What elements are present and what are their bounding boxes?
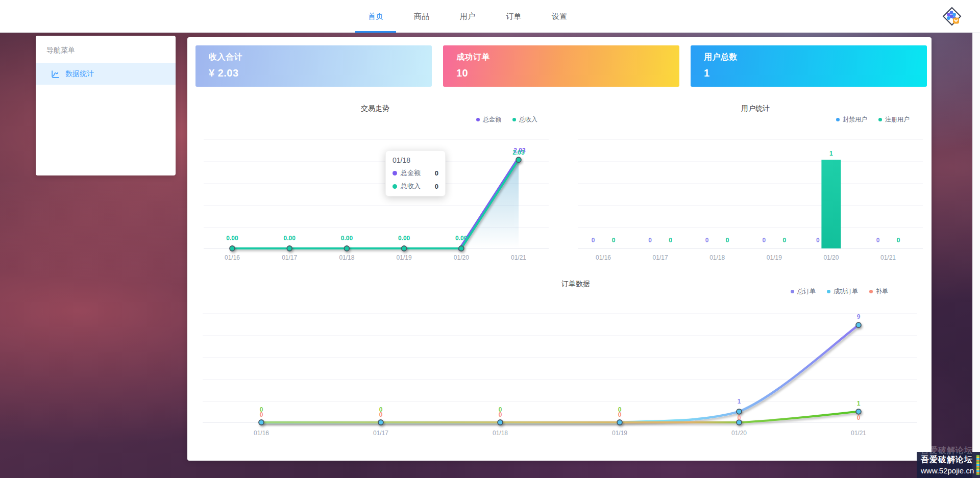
legend-item[interactable]: 成功订单 — [827, 287, 858, 296]
tooltip-row: 总收入0 — [393, 182, 438, 191]
legend-dot-icon — [878, 118, 882, 121]
data-point — [516, 157, 521, 162]
point-label: 1 — [857, 400, 861, 407]
point-label: 0 — [612, 237, 616, 244]
transactions-chart[interactable]: 0.000.000.000.000.002.032.0301/1601/1701… — [198, 137, 555, 274]
series-dot-icon — [393, 171, 397, 175]
point-label: 2.03 — [512, 149, 525, 156]
tooltip-rows: 总金额0总收入0 — [393, 168, 438, 191]
series-dot-icon — [393, 184, 397, 189]
stat-card-total-users: 用户总数 1 — [691, 45, 927, 87]
main-content-card: 收入合计 ¥ 2.03 成功订单 10 用户总数 1 交易走势 用户统计 订单数… — [187, 37, 932, 461]
data-point — [378, 420, 383, 425]
sidebar-item-label: 数据统计 — [65, 69, 94, 79]
tab-home[interactable]: 首页 — [353, 0, 399, 33]
line-chart-icon — [51, 70, 60, 79]
point-label: 0 — [782, 237, 786, 244]
data-point — [344, 246, 349, 251]
stat-card-revenue: 收入合计 ¥ 2.03 — [195, 45, 432, 87]
stat-card-success-orders: 成功订单 10 — [443, 45, 679, 87]
x-axis-label: 01/17 — [653, 254, 668, 261]
sidebar: 导航菜单 数据统计 — [36, 36, 176, 175]
tooltip-series-name: 总收入 — [401, 182, 421, 191]
legend-label: 总订单 — [797, 287, 816, 296]
nav-tabs: 首页商品用户订单设置 — [353, 0, 582, 33]
legend-item[interactable]: 注册用户 — [878, 115, 910, 124]
sidebar-title: 导航菜单 — [36, 36, 176, 63]
scrollbar[interactable] — [972, 0, 980, 478]
sidebar-item-data-statistics[interactable]: 数据统计 — [36, 63, 176, 85]
legend-label: 总收入 — [519, 115, 537, 124]
legend-dot-icon — [791, 290, 794, 293]
data-point — [259, 420, 264, 425]
point-label: 0.00 — [284, 235, 296, 242]
chart-title-order-data: 订单数据 — [561, 280, 590, 289]
data-point — [402, 246, 407, 251]
legend-item[interactable]: 总订单 — [791, 287, 816, 296]
point-label: 0 — [648, 237, 652, 244]
data-point — [737, 409, 742, 414]
x-axis-label: 01/18 — [709, 254, 725, 261]
point-label: 0 — [857, 414, 861, 421]
x-axis-label: 01/16 — [596, 254, 611, 261]
order-data-chart[interactable]: 000000001091001/1601/1701/1801/1901/2001… — [198, 308, 922, 450]
x-axis-label: 01/18 — [339, 254, 354, 261]
tab-settings[interactable]: 设置 — [536, 0, 582, 33]
point-label: 1 — [738, 398, 741, 405]
point-label: 0 — [726, 237, 729, 244]
x-axis-label: 01/16 — [225, 254, 240, 261]
point-label: 0 — [738, 414, 741, 421]
tooltip-row: 总金额0 — [393, 168, 438, 178]
legend-label: 封禁用户 — [843, 115, 867, 124]
dashboard-page: 首页商品用户订单设置 导航菜单 数据统计 收入合计 ¥ 2.03 — [0, 0, 980, 478]
x-axis-label: 01/20 — [454, 254, 469, 261]
point-label: 0 — [260, 411, 263, 418]
stat-value: 10 — [456, 67, 679, 79]
legend-dot-icon — [512, 118, 516, 121]
legend-dot-icon — [836, 118, 840, 121]
x-axis-label: 01/20 — [731, 430, 747, 437]
legend-order-data: 总订单成功订单补单 — [791, 287, 888, 296]
legend-item[interactable]: 补单 — [869, 287, 888, 296]
tooltip-series-value: 0 — [435, 169, 438, 177]
point-label: 0 — [762, 237, 766, 244]
app-logo-icon[interactable] — [941, 6, 963, 27]
user-stats-chart[interactable]: 00000000100001/1601/1701/1801/1901/2001/… — [572, 137, 929, 274]
stat-title: 成功订单 — [456, 52, 679, 63]
data-point — [856, 322, 861, 328]
data-point — [459, 246, 464, 251]
legend-item[interactable]: 封禁用户 — [836, 115, 867, 124]
chart-tooltip: 01/18 总金额0总收入0 — [385, 150, 446, 196]
x-axis-label: 01/20 — [823, 254, 839, 261]
tooltip-date: 01/18 — [393, 156, 438, 164]
point-label: 0.00 — [398, 235, 410, 242]
tab-products[interactable]: 商品 — [399, 0, 445, 33]
point-label: 0 — [876, 237, 880, 244]
legend-user-stats: 封禁用户注册用户 — [836, 115, 910, 124]
x-axis-label: 01/19 — [767, 254, 782, 261]
tooltip-series-name: 总金额 — [401, 168, 421, 178]
legend-label: 注册用户 — [885, 115, 910, 124]
data-point — [230, 246, 235, 251]
tab-orders[interactable]: 订单 — [491, 0, 536, 33]
watermark-ghost: 吾爱破解论坛 — [921, 445, 973, 456]
x-axis-label: 01/17 — [282, 254, 297, 261]
legend-item[interactable]: 总收入 — [512, 115, 537, 124]
x-axis-label: 01/19 — [397, 254, 412, 261]
point-label: 0 — [618, 411, 622, 418]
legend-dot-icon — [476, 118, 480, 121]
point-label: 0 — [499, 411, 502, 418]
legend-transactions: 总金额总收入 — [476, 115, 537, 124]
point-label: 0 — [592, 237, 595, 244]
x-axis-label: 01/21 — [511, 254, 526, 261]
stat-value: 1 — [704, 67, 927, 79]
legend-item[interactable]: 总金额 — [476, 115, 501, 124]
point-label: 0.00 — [455, 235, 468, 242]
legend-label: 总金额 — [483, 115, 501, 124]
tab-users[interactable]: 用户 — [445, 0, 491, 33]
point-label: 0 — [705, 237, 709, 244]
x-axis-label: 01/19 — [612, 430, 627, 437]
point-label: 9 — [857, 313, 861, 320]
watermark-line2: www.52pojie.cn — [921, 466, 980, 475]
point-label: 0 — [897, 237, 900, 244]
